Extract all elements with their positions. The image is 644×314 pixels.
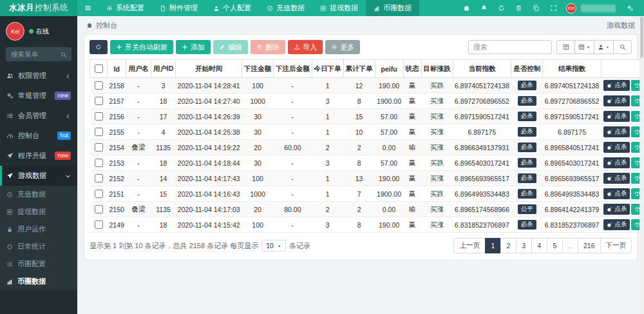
sidebar-item-0[interactable]: 权限管理 — [0, 66, 77, 86]
table-search-input[interactable] — [468, 40, 552, 54]
expand-button[interactable] — [545, 0, 562, 16]
column-header[interactable]: 结果指数 — [543, 60, 601, 78]
sidebar-subitem-4[interactable]: 币圈配置 — [0, 255, 77, 273]
bell-button[interactable] — [475, 0, 493, 16]
kill-button[interactable]: 点杀 — [603, 188, 630, 199]
page-prev[interactable]: 上一页 — [453, 238, 486, 253]
edit-button[interactable]: 编辑 — [213, 40, 248, 54]
sidebar-subitem-5[interactable]: 币圈数据 — [0, 273, 77, 290]
page-5[interactable]: 5 — [547, 238, 563, 253]
column-header[interactable]: peifu — [375, 60, 403, 78]
column-header[interactable]: 用户ID — [151, 60, 176, 78]
page-4[interactable]: 4 — [531, 238, 547, 253]
toggle-columns-button[interactable] — [556, 40, 575, 54]
cell-peifu: 0.00 — [375, 140, 403, 155]
username-redacted[interactable] — [581, 5, 616, 12]
page-3[interactable]: 3 — [516, 238, 532, 253]
delete-button[interactable]: 删除 — [251, 40, 285, 54]
select-all-checkbox[interactable] — [95, 64, 103, 73]
kill-button[interactable]: 点杀 — [603, 142, 630, 153]
refresh-button[interactable] — [493, 0, 510, 16]
control-badge: 必杀 — [518, 173, 536, 182]
kill-button[interactable]: 点杀 — [603, 173, 630, 184]
column-header[interactable]: 操作 — [601, 60, 644, 78]
avatar[interactable]: Kei — [566, 3, 576, 14]
row-checkbox[interactable] — [95, 190, 103, 198]
trash-button[interactable] — [510, 0, 527, 16]
card-view-button[interactable] — [574, 40, 594, 54]
kill-button[interactable]: 点杀 — [603, 111, 630, 122]
app-logo: 水冰月控制系统 — [0, 0, 77, 16]
row-checkbox[interactable] — [95, 174, 103, 182]
topbar-menu-item[interactable]: 个人配置 — [205, 0, 259, 16]
sidebar-subitem-3[interactable]: 日常统计 — [0, 238, 77, 255]
scrollbar-thumb[interactable] — [640, 17, 643, 58]
cell-id: 2151 — [108, 186, 126, 202]
row-checkbox[interactable] — [95, 97, 103, 105]
settings-gears-icon[interactable] — [621, 0, 639, 16]
page-size-select[interactable]: 10 — [261, 240, 286, 251]
sidebar-item-2[interactable]: 会员管理 — [0, 106, 77, 126]
page-scrollbar[interactable] — [639, 16, 644, 314]
copy-button[interactable] — [527, 0, 545, 16]
breadcrumb-left[interactable]: 控制台 — [96, 21, 117, 30]
kill-button[interactable]: 点杀 — [603, 95, 630, 106]
sidebar-item-5[interactable]: 游戏数据 — [0, 166, 77, 186]
topbar-menu-item[interactable]: 充值数据 — [259, 0, 312, 16]
chevron-left-icon — [65, 72, 71, 80]
kill-button[interactable]: 点杀 — [603, 219, 630, 230]
sidebar-subitem-1[interactable]: 提现数据 — [0, 203, 77, 221]
row-checkbox[interactable] — [95, 205, 103, 213]
column-header[interactable]: 状态 — [403, 60, 421, 78]
row-checkbox[interactable] — [95, 221, 103, 229]
kill-button[interactable]: 点杀 — [603, 157, 630, 168]
list-icon — [6, 261, 13, 268]
home-button[interactable] — [458, 0, 475, 16]
row-checkbox[interactable] — [95, 143, 103, 152]
row-checkbox[interactable] — [95, 159, 103, 167]
export-button[interactable] — [594, 40, 614, 54]
search-icon[interactable] — [61, 50, 67, 58]
kill-button[interactable]: 点杀 — [603, 80, 630, 91]
page-1[interactable]: 1 — [485, 238, 501, 253]
column-header[interactable]: 目标涨跌 — [421, 60, 453, 78]
sidebar-avatar[interactable]: Kei — [6, 22, 24, 41]
search-button[interactable] — [613, 40, 632, 54]
column-header[interactable]: 开始时间 — [176, 60, 242, 78]
sidebar-badge: new — [55, 152, 71, 160]
row-checkbox[interactable] — [95, 112, 103, 121]
topbar-menu-item[interactable]: 提现数据 — [312, 0, 366, 16]
cell-result: 6.8972706896552 — [543, 93, 601, 109]
kill-button[interactable]: 点杀 — [603, 204, 630, 215]
users-icon — [6, 72, 14, 79]
page-216[interactable]: 216 — [578, 238, 601, 253]
sidebar-item-4[interactable]: 程序升级new — [0, 146, 77, 166]
column-header[interactable]: Id — [108, 60, 126, 78]
column-header[interactable]: 是否控制 — [511, 60, 543, 78]
row-checkbox[interactable] — [95, 81, 103, 90]
sidebar-toggle[interactable] — [77, 0, 99, 16]
column-header[interactable]: 当前指数 — [453, 60, 511, 78]
row-checkbox[interactable] — [95, 128, 103, 136]
topbar-menu-item[interactable]: 附件管理 — [152, 0, 205, 16]
import-button[interactable]: 导入 — [288, 40, 323, 54]
cell-start_time: 2020-11-04 14:25:38 — [176, 124, 242, 140]
column-header[interactable]: 下注后金额 — [274, 60, 312, 78]
page-2[interactable]: 2 — [500, 238, 516, 253]
auto-refresh-toggle-button[interactable]: 开关自动刷新 — [110, 40, 173, 54]
topbar-menu-item[interactable]: 系统配置 — [99, 0, 152, 16]
column-header[interactable]: 用户名 — [126, 60, 151, 78]
add-button[interactable]: 添加 — [176, 40, 211, 54]
more-button[interactable]: 更多 — [325, 40, 360, 54]
sidebar-subitem-0[interactable]: 充值数据 — [0, 186, 77, 203]
column-header[interactable]: 下注金额 — [242, 60, 274, 78]
kill-button[interactable]: 点杀 — [603, 126, 630, 137]
topbar-menu-item[interactable]: 币圈数据 — [366, 0, 419, 16]
column-header[interactable]: 今日下单 — [312, 60, 343, 78]
sidebar-item-3[interactable]: 控制台hot — [0, 126, 77, 146]
page-next[interactable]: 下一页 — [600, 238, 632, 253]
sidebar-item-1[interactable]: 常规管理new — [0, 86, 77, 106]
refresh-button[interactable] — [90, 40, 108, 54]
sidebar-subitem-2[interactable]: 用户运作 — [0, 221, 77, 238]
column-header[interactable]: 累计下单 — [343, 60, 375, 78]
